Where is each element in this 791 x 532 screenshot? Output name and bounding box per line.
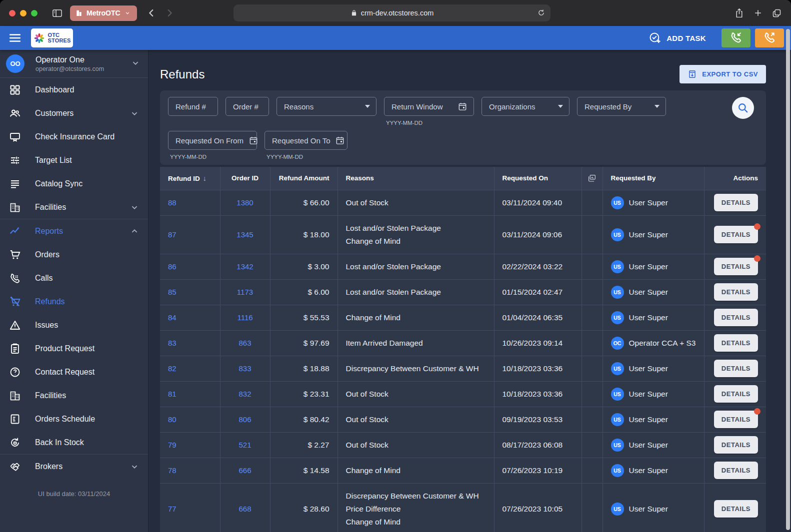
sidebar-item-orders[interactable]: Orders bbox=[0, 243, 148, 266]
calendar-icon[interactable] bbox=[458, 101, 468, 111]
return-window-date-input[interactable]: Return Window bbox=[384, 97, 474, 116]
user-menu[interactable]: OO Operator One operator@otcstores.com bbox=[0, 50, 148, 78]
browser-forward-button[interactable] bbox=[164, 7, 175, 18]
share-icon[interactable] bbox=[734, 8, 744, 18]
order-number-input[interactable]: Order # bbox=[226, 97, 269, 116]
browser-tab-group[interactable]: MetroOTC bbox=[70, 5, 137, 21]
sidebar-item-brokers[interactable]: Brokers bbox=[0, 455, 148, 478]
details-button[interactable]: DETAILS bbox=[714, 194, 758, 211]
sidebar-item-target-list[interactable]: Target List bbox=[0, 148, 148, 172]
refund-id-link[interactable]: 88 bbox=[168, 198, 176, 207]
order-id-link[interactable]: 668 bbox=[238, 505, 251, 513]
new-tab-icon[interactable] bbox=[753, 8, 763, 18]
details-button[interactable]: DETAILS bbox=[714, 411, 758, 428]
sidebar-item-facilities[interactable]: Facilities bbox=[0, 384, 148, 407]
requested-on-to-date-input[interactable]: Requested On To bbox=[264, 131, 348, 150]
column-header-refund-id[interactable]: Refund ID↓ bbox=[160, 167, 220, 190]
details-button[interactable]: DETAILS bbox=[714, 436, 758, 454]
requested-by-select[interactable]: Requested By bbox=[577, 97, 666, 116]
refund-id-link[interactable]: 83 bbox=[168, 339, 176, 347]
order-id-link[interactable]: 1116 bbox=[237, 313, 252, 322]
sidebar-item-contact-request[interactable]: Contact Request bbox=[0, 360, 148, 384]
column-header-images[interactable] bbox=[582, 167, 602, 190]
refund-id-link[interactable]: 87 bbox=[168, 230, 176, 239]
refund-number-input[interactable]: Refund # bbox=[168, 97, 218, 116]
sidebar-item-calls[interactable]: Calls bbox=[0, 266, 148, 290]
sidebar-item-refunds[interactable]: Refunds bbox=[0, 290, 148, 313]
order-id-link[interactable]: 521 bbox=[238, 441, 251, 449]
url-bar[interactable]: crm-dev.otcstores.com bbox=[234, 4, 550, 21]
details-button[interactable]: DETAILS bbox=[714, 309, 758, 326]
browser-sidebar-toggle-icon[interactable] bbox=[52, 7, 63, 19]
refund-id-link[interactable]: 84 bbox=[168, 313, 176, 322]
sidebar-item-facilities[interactable]: Facilities bbox=[0, 195, 148, 219]
details-button[interactable]: DETAILS bbox=[714, 385, 758, 403]
order-id-link[interactable]: 1173 bbox=[237, 288, 253, 296]
refund-id-link[interactable]: 80 bbox=[168, 415, 176, 424]
date-format-hint: YYYY-MM-DD bbox=[170, 154, 206, 160]
details-button[interactable]: DETAILS bbox=[714, 360, 758, 377]
refund-id-link[interactable]: 85 bbox=[168, 288, 176, 296]
order-id-link[interactable]: 1342 bbox=[236, 262, 253, 271]
calendar-icon[interactable] bbox=[335, 135, 345, 145]
refund-id-link[interactable]: 86 bbox=[168, 262, 176, 271]
sidebar-item-label: Facilities bbox=[35, 203, 129, 212]
export-to-csv-button[interactable]: EXPORT TO CSV bbox=[680, 65, 766, 83]
outgoing-call-button[interactable] bbox=[755, 28, 784, 47]
order-id-link[interactable]: 806 bbox=[238, 415, 251, 424]
table-row: 86 1342 $ 3.00 Lost and/or Stolen Packag… bbox=[160, 254, 766, 279]
hamburger-menu-icon[interactable] bbox=[8, 31, 22, 45]
column-header-refund-amount[interactable]: Refund Amount bbox=[270, 167, 338, 190]
refund-id-link[interactable]: 81 bbox=[168, 390, 176, 398]
requested-on-from-date-input[interactable]: Requested On From bbox=[168, 131, 257, 150]
sidebar-item-customers[interactable]: Customers bbox=[0, 101, 148, 125]
product-request-icon bbox=[9, 343, 21, 355]
sidebar-item-reports[interactable]: Reports bbox=[0, 219, 148, 243]
dropdown-caret-icon bbox=[365, 105, 370, 108]
refund-id-link[interactable]: 77 bbox=[168, 505, 176, 513]
reload-icon[interactable] bbox=[537, 8, 546, 17]
order-id-link[interactable]: 863 bbox=[238, 339, 251, 347]
column-header-order-id[interactable]: Order ID bbox=[220, 167, 270, 190]
calendar-icon[interactable] bbox=[248, 135, 258, 145]
order-id-link[interactable]: 1380 bbox=[236, 198, 253, 207]
refund-id-link[interactable]: 82 bbox=[168, 364, 176, 373]
order-id-link[interactable]: 1345 bbox=[236, 230, 253, 239]
sidebar-item-back-in-stock[interactable]: Back In Stock bbox=[0, 431, 148, 454]
browser-back-button[interactable] bbox=[146, 7, 157, 18]
order-id-link[interactable]: 832 bbox=[238, 390, 251, 398]
sidebar-item-catalog-sync[interactable]: Catalog Sync bbox=[0, 172, 148, 195]
refund-amount: $ 18.88 bbox=[270, 356, 338, 381]
details-button[interactable]: DETAILS bbox=[714, 258, 758, 275]
sidebar-item-check-insurance-card[interactable]: Check Insurance Card bbox=[0, 125, 148, 148]
refund-id-link[interactable]: 79 bbox=[168, 441, 176, 449]
search-button[interactable] bbox=[732, 97, 754, 119]
sidebar-item-issues[interactable]: Issues bbox=[0, 313, 148, 337]
requested-by-name: User Super bbox=[629, 311, 668, 324]
column-header-requested-on[interactable]: Requested On bbox=[494, 167, 582, 190]
order-id-link[interactable]: 666 bbox=[238, 466, 251, 475]
incoming-call-button[interactable] bbox=[722, 28, 750, 47]
add-task-button[interactable]: ADD TASK bbox=[648, 31, 706, 44]
sidebar-item-product-request[interactable]: Product Request bbox=[0, 337, 148, 360]
zoom-window-button[interactable] bbox=[31, 10, 38, 16]
close-window-button[interactable] bbox=[9, 10, 16, 16]
column-header-requested-by[interactable]: Requested By bbox=[602, 167, 704, 190]
sidebar-item-dashboard[interactable]: Dashboard bbox=[0, 78, 148, 101]
refund-id-link[interactable]: 78 bbox=[168, 466, 176, 475]
reasons-select[interactable]: Reasons bbox=[276, 97, 376, 116]
details-button[interactable]: DETAILS bbox=[714, 334, 758, 352]
details-button[interactable]: DETAILS bbox=[714, 283, 758, 301]
column-header-reasons[interactable]: Reasons bbox=[338, 167, 494, 190]
details-button[interactable]: DETAILS bbox=[714, 500, 758, 518]
sort-descending-icon[interactable]: ↓ bbox=[203, 174, 206, 182]
otc-stores-logo[interactable]: OTCSTORES bbox=[31, 28, 73, 47]
order-id-link[interactable]: 833 bbox=[238, 364, 251, 373]
details-button[interactable]: DETAILS bbox=[714, 462, 758, 479]
details-button[interactable]: DETAILS bbox=[714, 226, 758, 243]
organizations-select[interactable]: Organizations bbox=[482, 97, 570, 116]
minimize-window-button[interactable] bbox=[20, 10, 26, 16]
sidebar-item-orders-schedule[interactable]: Orders Schedule bbox=[0, 407, 148, 431]
window-scrollbar[interactable] bbox=[786, 29, 790, 530]
tab-overview-icon[interactable] bbox=[772, 8, 782, 18]
